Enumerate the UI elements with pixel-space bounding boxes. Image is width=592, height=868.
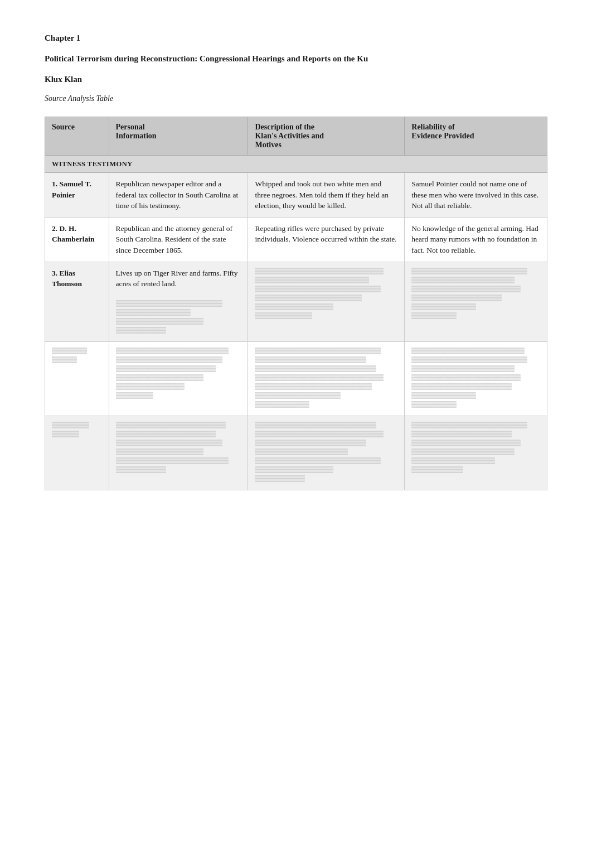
section-header-row: WITNESS TESTIMONY	[45, 156, 547, 173]
row-source: 2. D. H.Chamberlain	[45, 217, 109, 262]
row-reliability	[405, 262, 547, 342]
row-source: 1. Samuel T. Poinier	[45, 173, 109, 218]
header-source: Source	[45, 117, 109, 156]
source-analysis-table: Source PersonalInformation Description o…	[45, 117, 547, 490]
row-source	[45, 342, 109, 416]
main-title: Political Terrorism during Reconstructio…	[45, 53, 547, 65]
row-personal: Lives up on Tiger River and farms. Fifty…	[109, 262, 248, 342]
header-personal: PersonalInformation	[109, 117, 248, 156]
row-reliability: Samuel Poinier could not name one of the…	[405, 173, 547, 218]
row-source	[45, 416, 109, 490]
table-header-row: Source PersonalInformation Description o…	[45, 117, 547, 156]
row-personal: Republican and the attorney general of S…	[109, 217, 248, 262]
row-description	[248, 416, 405, 490]
table-row: 2. D. H.Chamberlain Republican and the a…	[45, 217, 547, 262]
row-description	[248, 342, 405, 416]
row-personal	[109, 416, 248, 490]
klan-title: Klux Klan	[45, 75, 547, 84]
subtitle: Source Analysis Table	[45, 94, 547, 103]
table-row: 1. Samuel T. Poinier Republican newspape…	[45, 173, 547, 218]
row-reliability	[405, 416, 547, 490]
table-row	[45, 416, 547, 490]
row-description: Repeating rifles were purchased by priva…	[248, 217, 405, 262]
row-reliability: No knowledge of the general arming. Had …	[405, 217, 547, 262]
chapter-title: Chapter 1	[45, 33, 547, 43]
row-source: 3. Elias Thomson	[45, 262, 109, 342]
row-personal: Republican newspaper editor and a federa…	[109, 173, 248, 218]
header-description: Description of theKlan's Activities andM…	[248, 117, 405, 156]
header-reliability: Reliability ofEvidence Provided	[405, 117, 547, 156]
table-row	[45, 342, 547, 416]
section-header-label: WITNESS TESTIMONY	[45, 156, 547, 173]
row-reliability	[405, 342, 547, 416]
row-description: Whipped and took out two white men and t…	[248, 173, 405, 218]
row-description	[248, 262, 405, 342]
table-row: 3. Elias Thomson Lives up on Tiger River…	[45, 262, 547, 342]
row-personal	[109, 342, 248, 416]
